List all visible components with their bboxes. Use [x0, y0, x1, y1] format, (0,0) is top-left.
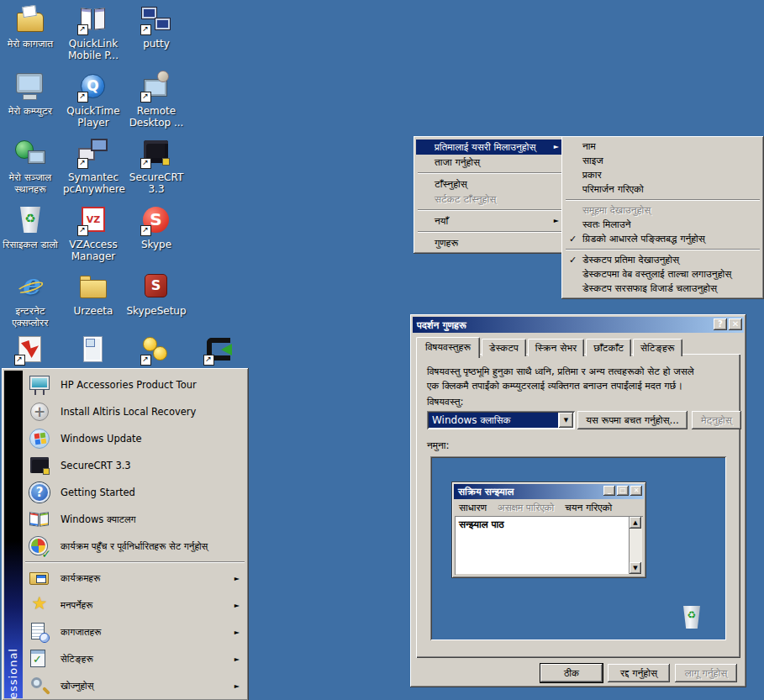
menu-item-refresh[interactable]: ताजा गर्नुहोस् — [416, 155, 564, 170]
combo-dropdown-button[interactable]: ▼ — [559, 413, 573, 428]
putty-icon — [140, 3, 173, 35]
submenu-item-size[interactable]: साइज — [564, 154, 761, 168]
theme-description: विषयवस्तु पृष्ठभूमि हुनुका साथै ध्वनि, प… — [427, 365, 731, 393]
desktop-icon-recycle-bin[interactable]: रिसाइकल डालो — [0, 204, 61, 250]
start-item-settings[interactable]: सेटिङ्हरू ► — [24, 645, 245, 672]
submenu-item-show-desktop-icons[interactable]: ✓ डेस्कटप प्रतिमा देखाउनुहोस् — [564, 253, 761, 267]
icon-label: मेरो सञ्जालस्थानहरू — [0, 171, 61, 195]
submenu-item-modified[interactable]: परिमार्जन गरिएको — [564, 182, 761, 197]
menu-item-paste[interactable]: टाँस्नुहोस् — [416, 176, 564, 192]
menu-separator — [418, 209, 562, 211]
shortcut-arrow-icon — [140, 92, 151, 103]
desktop-icon-quicktime[interactable]: QuickTimePlayer — [63, 71, 124, 129]
desktop-icon-remote-desktop[interactable]: RemoteDesktop ... — [126, 71, 187, 129]
tab-screensaver[interactable]: स्क्रिन सेभर — [528, 339, 584, 356]
tab-settings[interactable]: सेटिङ्हरू — [633, 339, 682, 356]
submenu-item-type[interactable]: प्रकार — [564, 168, 761, 182]
catalog-book-icon — [29, 508, 50, 530]
submenu-item-desktop-cleanup-wizard[interactable]: डेस्कटप सरसफाइ विजार्ड चलाउनुहोस् — [564, 282, 761, 296]
display-properties-dialog: पदर्शन गुणहरू ? ✕ विषयवस्तुहरू डेस्कटप स… — [410, 314, 746, 687]
desktop-icon-securecrt[interactable]: SecureCRT3.3 — [126, 137, 187, 195]
desktop-icon-urzeeta-folder[interactable]: Urzeeta — [63, 271, 124, 317]
messenger-icon — [140, 334, 173, 366]
submenu-item-align-to-grid[interactable]: ✓ ग्रिडको आधारले पङ्क्तिबद्ध गर्नुहोस् — [564, 232, 761, 246]
icon-label: इन्टरनेटएक्सप्लोरर — [0, 305, 61, 329]
start-item-altiris[interactable]: Install Altiris Local Recovery — [24, 398, 245, 425]
shortcut-arrow-icon — [140, 225, 151, 236]
start-item-program-access[interactable]: कार्यक्रम पहुँच र पूर्वनिर्धारितहरू सेट … — [24, 533, 245, 560]
start-item-documents[interactable]: कागजातहरू ► — [24, 618, 245, 645]
star-icon — [29, 594, 50, 616]
desktop-icon-skype[interactable]: Skype — [126, 204, 187, 250]
icon-label: मेरो कम्प्युटर — [0, 105, 61, 117]
network-places-icon — [13, 137, 47, 169]
sample-menu-normal: साधारण — [459, 501, 487, 515]
start-item-getting-started[interactable]: Getting Started — [24, 479, 245, 506]
desktop-icon-pcanywhere[interactable]: SymantecpcAnywhere — [63, 137, 124, 195]
theme-combobox[interactable]: Windows क्लासिक ▼ — [427, 411, 575, 429]
menu-separator — [566, 249, 760, 250]
maximize-icon: □ — [617, 486, 629, 496]
start-item-programs[interactable]: कार्यक्रमहरू ► — [24, 565, 245, 592]
help-button[interactable]: ? — [714, 318, 727, 330]
close-button[interactable]: ✕ — [729, 318, 742, 330]
icon-label: RemoteDesktop ... — [126, 105, 187, 129]
desktop-icon-my-documents[interactable]: मेरो कागजात — [0, 3, 61, 50]
vpn-client-icon — [203, 334, 236, 366]
apply-button: लागू गर्नुहोस् — [675, 664, 737, 682]
menu-item-arrange-icons[interactable]: प्रतिमालाई यसरी मिलाउनुहोस् ► — [416, 139, 564, 155]
close-icon: ✕ — [630, 486, 642, 496]
shortcut-arrow-icon — [140, 158, 151, 169]
icon-label: Urzeeta — [63, 305, 124, 317]
installer-document-icon — [76, 334, 110, 366]
start-item-windows-update[interactable]: Windows Update — [24, 425, 245, 452]
submenu-item-auto-arrange[interactable]: स्वतः मिलाउने — [564, 218, 761, 232]
shortcut-arrow-icon — [140, 24, 151, 35]
ok-button[interactable]: ठीक — [540, 664, 603, 682]
desktop-icon-my-computer[interactable]: मेरो कम्प्युटर — [0, 71, 61, 117]
desktop-icon-network-places[interactable]: मेरो सञ्जालस्थानहरू — [0, 137, 61, 195]
menu-item-new[interactable]: नयाँ ► — [416, 213, 564, 229]
quicktime-icon — [76, 71, 110, 103]
checkmark-icon: ✓ — [569, 232, 577, 246]
start-item-securecrt[interactable]: SecureCRT 3.3 — [24, 452, 245, 479]
save-as-button[interactable]: यस रूपमा बचत गर्नुहोस्... — [577, 411, 688, 429]
desktop-icon-putty[interactable]: putty — [126, 3, 187, 50]
desktop-icon-vzaccess[interactable]: VZAccessManager — [63, 204, 124, 262]
menu-item-properties[interactable]: गुणहरू — [416, 235, 564, 250]
submenu-item-show-in-groups: समूहमा देखाउनुहोस् — [564, 203, 761, 218]
dialog-titlebar[interactable]: पदर्शन गुणहरू ? ✕ — [413, 317, 744, 333]
submenu-arrow-icon: ► — [234, 682, 240, 690]
tab-appearance[interactable]: छाँटकाँट — [586, 339, 631, 356]
menu-separator — [418, 231, 562, 233]
start-item-search[interactable]: खोज्नुहोस् ► — [24, 672, 245, 699]
submenu-arrow-icon: ► — [554, 139, 559, 155]
quicklink-book-icon — [76, 3, 110, 35]
desktop-icon-internet-explorer[interactable]: इन्टरनेटएक्सप्लोरर — [0, 271, 61, 329]
submenu-item-name[interactable]: नाम — [564, 139, 761, 154]
start-item-windows-catalog[interactable]: Windows क्याटलग — [24, 506, 245, 533]
tab-themes[interactable]: विषयवस्तुहरू — [416, 337, 480, 358]
desktop-icon-messenger[interactable] — [126, 334, 187, 366]
start-item-favorites[interactable]: मनपर्नेहरू ► — [24, 592, 245, 618]
desktop-icon-installer-document[interactable] — [63, 334, 124, 366]
vzaccess-icon — [76, 204, 110, 236]
remote-desktop-icon — [140, 71, 173, 103]
submenu-arrow-icon: ► — [234, 602, 240, 609]
recycle-bin-icon — [13, 204, 47, 236]
desktop-icon-skypesetup[interactable]: SkypeSetup — [126, 271, 187, 317]
desktop-icon-vpn-client[interactable] — [189, 334, 250, 366]
submenu-arrow-icon: ► — [234, 655, 240, 663]
sample-window-title: सक्रिय सन्झ्याल — [458, 486, 514, 497]
tab-desktop[interactable]: डेस्कटप — [482, 339, 526, 356]
menu-separator — [25, 561, 245, 563]
themes-tab-panel: विषयवस्तु पृष्ठभूमि हुनुका साथै ध्वनि, प… — [416, 354, 740, 658]
icon-label: putty — [126, 38, 187, 50]
cancel-button[interactable]: रद्द गर्नुहोस् — [608, 664, 670, 682]
desktop-icon-acrobat[interactable] — [0, 334, 61, 366]
desktop-icon-quicklink[interactable]: QuickLinkMobile P... — [63, 3, 124, 61]
start-item-hp-tour[interactable]: HP Accessories Product Tour — [24, 371, 245, 398]
start-menu-items: HP Accessories Product Tour Install Alti… — [24, 371, 245, 699]
help-icon: ? — [718, 319, 723, 329]
submenu-item-lock-web-items[interactable]: डेस्कटपमा वेब वस्तुलाई ताल्चा लगाउनुहोस् — [564, 267, 761, 282]
